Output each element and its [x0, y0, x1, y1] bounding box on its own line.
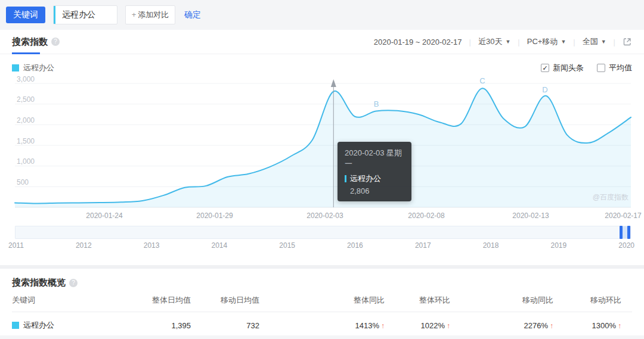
overall-yoy-value: 1413%↑ — [259, 321, 385, 330]
timeline-slider[interactable] — [15, 226, 631, 239]
device-value: PC+移动 — [527, 36, 558, 47]
col-overall-mom: 整体环比 — [385, 295, 450, 306]
annotation-b[interactable]: B — [374, 99, 379, 108]
series-swatch — [12, 322, 19, 329]
tooltip-series-swatch — [345, 175, 346, 182]
annotation-d[interactable]: D — [542, 85, 547, 94]
keyword-color-accent — [54, 6, 55, 24]
y-tick-label: 3,000 — [17, 75, 35, 83]
export-icon[interactable] — [623, 37, 632, 46]
year-label: 2015 — [279, 241, 295, 250]
tooltip-date: 2020-02-03 星期一 — [345, 148, 404, 169]
avg-toggle-label: 平均值 — [609, 63, 632, 73]
overall-daily-value: 1,395 — [119, 321, 191, 330]
average-toggle[interactable]: 平均值 — [597, 63, 632, 73]
overview-table: 关键词 整体日均值 移动日均值 整体同比 整体环比 移动同比 移动环比 远程办公… — [0, 288, 644, 338]
chevron-down-icon: ▼ — [505, 39, 510, 45]
x-tick-label: 2020-01-29 — [196, 212, 233, 220]
keyword-input-wrap[interactable] — [53, 5, 117, 24]
help-icon[interactable]: ? — [69, 279, 78, 287]
panel-title: 搜索指数 — [12, 36, 48, 48]
checkbox-checked-icon[interactable]: ✓ — [541, 64, 549, 72]
series-swatch — [12, 64, 19, 71]
keyword-name[interactable]: 远程办公 — [23, 320, 54, 331]
year-label: 2011 — [8, 241, 24, 250]
divider: | — [518, 38, 519, 46]
overall-mom-value: 1022%↑ — [385, 321, 450, 330]
up-arrow-icon: ↑ — [618, 322, 621, 330]
annotation-c[interactable]: C — [479, 76, 485, 85]
overview-title: 搜索指数概览 — [12, 277, 66, 288]
legend-row: 远程办公 ✓ 新闻头条 平均值 — [0, 54, 644, 73]
news-headline-toggle[interactable]: ✓ 新闻头条 — [541, 63, 584, 73]
keyword-input[interactable] — [54, 10, 117, 20]
x-tick-label: 2020-02-08 — [408, 212, 444, 220]
tooltip-value: 2,806 — [345, 186, 404, 195]
year-label: 2012 — [76, 241, 92, 250]
y-tick-label: 2,500 — [17, 95, 35, 104]
x-tick-label: 2020-02-03 — [306, 212, 343, 220]
col-keyword: 关键词 — [12, 295, 119, 306]
table-header-row: 关键词 整体日均值 移动日均值 整体同比 整体环比 移动同比 移动环比 — [12, 288, 632, 312]
add-compare-label: 添加对比 — [138, 10, 169, 19]
slider-handle-right[interactable] — [627, 226, 630, 239]
y-tick-label: 1,500 — [17, 137, 35, 145]
year-label: 2019 — [550, 241, 566, 250]
tooltip-series-row: 远程办公 — [345, 173, 404, 184]
region-value: 全国 — [583, 36, 598, 47]
mobile-daily-value: 732 — [191, 321, 259, 330]
plus-icon: + — [132, 10, 137, 19]
x-tick-label: 2020-01-24 — [86, 212, 122, 220]
panel-header: 搜索指数 ? 2020-01-19 ~ 2020-02-17 | 近30天 ▼ … — [0, 30, 644, 54]
col-mobile-yoy: 移动同比 — [450, 295, 553, 306]
year-label: 2016 — [347, 241, 363, 250]
slider-handle-left[interactable] — [620, 226, 623, 239]
y-tick-label: 500 — [17, 178, 29, 186]
mobile-mom-value: 1300%↑ — [553, 321, 621, 330]
col-mobile-mom: 移动环比 — [553, 295, 621, 306]
chart-tooltip: 2020-02-03 星期一 远程办公 2,806 — [338, 142, 411, 201]
trend-chart[interactable]: 3,000 2,500 2,000 1,500 1,000 500 2020-0… — [0, 74, 644, 223]
checkbox-unchecked-icon[interactable] — [597, 64, 605, 72]
keyword-cell[interactable]: 远程办公 — [12, 320, 119, 331]
device-dropdown[interactable]: PC+移动 ▼ — [527, 36, 566, 47]
year-label: 2014 — [212, 241, 228, 250]
x-tick-label: 2020-02-17 — [605, 212, 641, 220]
watermark: @百度指数 — [593, 192, 628, 203]
header-controls: 2020-01-19 ~ 2020-02-17 | 近30天 ▼ | PC+移动… — [374, 36, 632, 47]
chart-canvas — [0, 74, 644, 223]
help-icon[interactable]: ? — [51, 38, 60, 46]
divider: | — [469, 38, 471, 46]
mobile-yoy-value: 2276%↑ — [450, 321, 553, 330]
tab-search-index[interactable]: 搜索指数 ? — [12, 30, 60, 54]
x-tick-label: 2020-02-13 — [512, 212, 549, 220]
active-tab-indicator — [12, 52, 40, 54]
col-mobile-daily: 移动日均值 — [191, 295, 259, 306]
series-legend-label[interactable]: 远程办公 — [23, 63, 54, 73]
time-range-dropdown[interactable]: 近30天 ▼ — [478, 36, 510, 47]
year-label: 2017 — [415, 241, 431, 250]
news-toggle-label: 新闻头条 — [553, 63, 584, 73]
divider: | — [614, 38, 615, 46]
time-range-value: 近30天 — [478, 36, 502, 47]
table-row[interactable]: 远程办公 1,395 732 1413%↑ 1022%↑ 2276%↑ 1300… — [12, 312, 632, 338]
y-tick-label: 2,000 — [17, 116, 35, 125]
col-overall-yoy: 整体同比 — [259, 295, 385, 306]
date-range-label[interactable]: 2020-01-19 ~ 2020-02-17 — [374, 38, 462, 46]
confirm-link[interactable]: 确定 — [184, 10, 201, 20]
slider-year-labels: 2011 2012 2013 2014 2015 2016 2017 2018 … — [8, 241, 634, 250]
chevron-down-icon: ▼ — [561, 39, 566, 45]
top-toolbar: 关键词 +添加对比 确定 — [0, 0, 644, 30]
tooltip-series-name: 远程办公 — [350, 173, 381, 184]
overview-card: 搜索指数概览 ? 关键词 整体日均值 移动日均值 整体同比 整体环比 移动同比 … — [0, 269, 644, 335]
legend-toggles: ✓ 新闻头条 平均值 — [528, 63, 632, 73]
keyword-button[interactable]: 关键词 — [6, 7, 45, 23]
series-area — [15, 88, 631, 207]
add-compare-button[interactable]: +添加对比 — [125, 5, 175, 24]
trend-card: 搜索指数 ? 2020-01-19 ~ 2020-02-17 | 近30天 ▼ … — [0, 30, 644, 265]
year-label: 2018 — [483, 241, 499, 250]
year-label: 2013 — [144, 241, 160, 250]
overview-header: 搜索指数概览 ? — [0, 269, 644, 288]
y-tick-label: 1,000 — [17, 157, 35, 166]
region-dropdown[interactable]: 全国 ▼ — [583, 36, 606, 47]
